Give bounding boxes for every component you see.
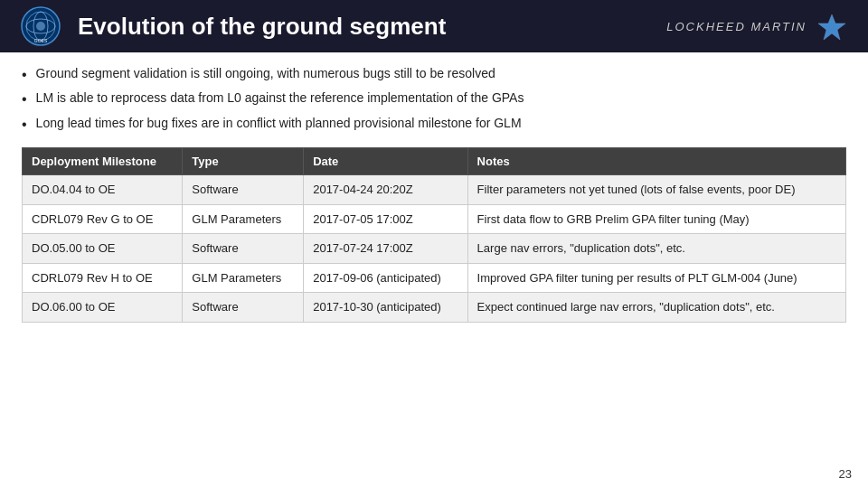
cell-date: 2017-07-05 17:00Z xyxy=(304,204,467,234)
bullet-2: LM is able to reprocess data from L0 aga… xyxy=(22,89,846,109)
table-row: CDRL079 Rev G to OEGLM Parameters2017-07… xyxy=(23,204,846,234)
deployment-table: Deployment Milestone Type Date Notes DO.… xyxy=(22,147,846,323)
table-header-row: Deployment Milestone Type Date Notes xyxy=(23,148,846,175)
table-row: DO.06.00 to OESoftware2017-10-30 (antici… xyxy=(23,293,846,323)
cell-date: 2017-07-24 17:00Z xyxy=(304,234,467,264)
cell-notes: Large nav errors, "duplication dots", et… xyxy=(467,234,845,264)
cell-type: GLM Parameters xyxy=(183,263,304,293)
cell-milestone: DO.04.04 to OE xyxy=(23,175,183,205)
cell-notes: First data flow to GRB Prelim GPA filter… xyxy=(467,204,845,234)
svg-marker-6 xyxy=(818,14,845,40)
cell-date: 2017-10-30 (anticipated) xyxy=(304,293,467,323)
main-content: Ground segment validation is still ongoi… xyxy=(0,52,868,332)
cell-type: GLM Parameters xyxy=(183,204,304,234)
cell-milestone: CDRL079 Rev H to OE xyxy=(23,263,183,293)
cell-type: Software xyxy=(183,175,304,205)
page-header: GOES Evolution of the ground segment LOC… xyxy=(0,0,868,52)
table-row: CDRL079 Rev H to OEGLM Parameters2017-09… xyxy=(23,263,846,293)
brand-area: LOCKHEED MARTIN xyxy=(666,13,850,40)
cell-notes: Improved GPA filter tuning per results o… xyxy=(467,263,845,293)
svg-text:GOES: GOES xyxy=(34,38,48,43)
cell-date: 2017-09-06 (anticipated) xyxy=(304,263,467,293)
page-title: Evolution of the ground segment xyxy=(78,13,666,41)
bullet-1: Ground segment validation is still ongoi… xyxy=(22,65,846,85)
cell-milestone: CDRL079 Rev G to OE xyxy=(23,204,183,234)
bullet-points: Ground segment validation is still ongoi… xyxy=(22,65,846,135)
col-header-date: Date xyxy=(304,148,467,175)
col-header-type: Type xyxy=(183,148,304,175)
goes-logo: GOES xyxy=(18,6,63,46)
brand-name: LOCKHEED MARTIN xyxy=(666,20,807,33)
cell-type: Software xyxy=(183,293,304,323)
cell-notes: Filter parameters not yet tuned (lots of… xyxy=(467,175,845,205)
lockheed-logo xyxy=(814,13,850,40)
col-header-milestone: Deployment Milestone xyxy=(23,148,183,175)
svg-point-4 xyxy=(36,22,45,31)
cell-milestone: DO.05.00 to OE xyxy=(23,234,183,264)
cell-notes: Expect continued large nav errors, "dupl… xyxy=(467,293,845,323)
bullet-3: Long lead times for bug fixes are in con… xyxy=(22,115,846,135)
col-header-notes: Notes xyxy=(467,148,845,175)
cell-type: Software xyxy=(183,234,304,264)
page-number: 23 xyxy=(839,467,852,481)
table-row: DO.04.04 to OESoftware2017-04-24 20:20ZF… xyxy=(23,175,846,205)
table-row: DO.05.00 to OESoftware2017-07-24 17:00ZL… xyxy=(23,234,846,264)
cell-milestone: DO.06.00 to OE xyxy=(23,293,183,323)
cell-date: 2017-04-24 20:20Z xyxy=(304,175,467,205)
